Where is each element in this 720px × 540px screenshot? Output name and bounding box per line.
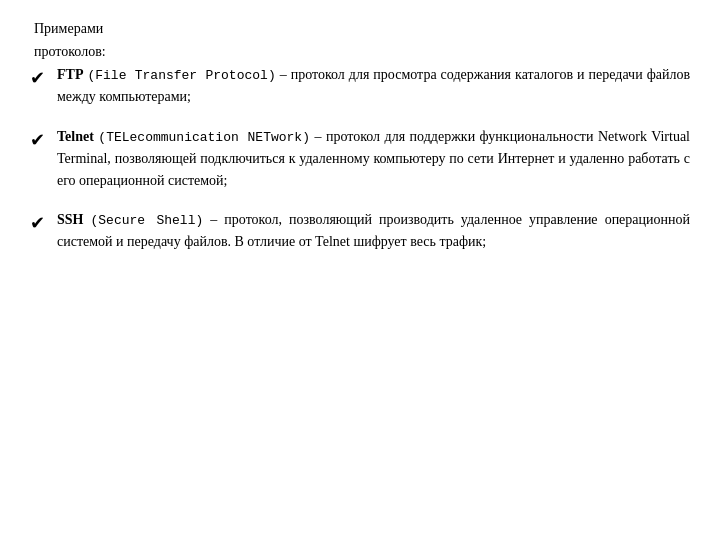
ftp-bold-name: FTP [57,67,83,82]
ftp-abbr: (File Transfer Protocol) [87,68,275,83]
item-text-ftp: FTP (File Transfer Protocol) – протокол … [57,64,690,108]
telnet-bold-name: Telnet [57,129,94,144]
list-item-telnet: ✔ Telnet (TELecommunication NETwork) – п… [30,126,690,192]
checkmark-icon-ssh: ✔ [30,210,45,237]
checkmark-icon-telnet: ✔ [30,127,45,154]
header-line2: протоколов: [30,41,690,62]
header-line1: Примерами [30,18,690,39]
page: Примерами протоколов: ✔ FTP (File Transf… [0,0,720,540]
item-text-ssh: SSH (Secure Shell) – протокол, позволяющ… [57,209,690,253]
content-area: ✔ FTP (File Transfer Protocol) – протоко… [30,64,690,253]
ssh-abbr: (Secure Shell) [91,213,204,228]
ssh-bold-name: SSH [57,212,83,227]
list-item-ssh: ✔ SSH (Secure Shell) – протокол, позволя… [30,209,690,253]
checkmark-icon-ftp: ✔ [30,65,45,92]
item-text-telnet: Telnet (TELecommunication NETwork) – про… [57,126,690,192]
telnet-abbr: (TELecommunication NETwork) [98,130,310,145]
list-item-ftp: ✔ FTP (File Transfer Protocol) – протоко… [30,64,690,108]
